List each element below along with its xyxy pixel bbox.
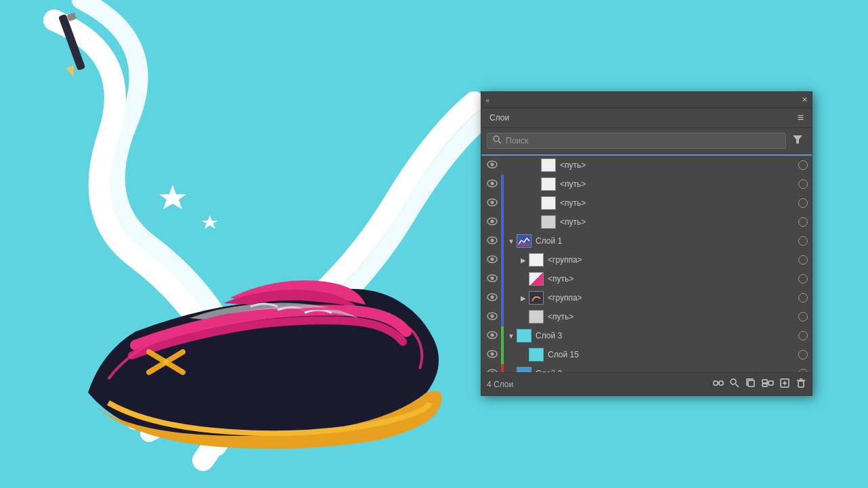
layer-row[interactable]: <путь> (481, 194, 812, 213)
layer-name: <путь> (560, 160, 796, 170)
layer-name: <группа> (548, 255, 796, 265)
layer-color-bar (501, 194, 504, 213)
layer-thumbnail (541, 196, 556, 210)
visibility-toggle[interactable] (485, 236, 499, 246)
layer-state-circle[interactable] (798, 217, 808, 227)
panel-statusbar: 4 Слои (481, 372, 812, 395)
panel-menu-button[interactable]: ≡ (798, 112, 804, 124)
visibility-toggle[interactable] (485, 160, 499, 171)
layer-row[interactable]: ▼Слой 1 (481, 231, 812, 250)
visibility-toggle[interactable] (485, 312, 499, 322)
layer-thumbnail (517, 367, 531, 372)
layer-color-bar (501, 250, 504, 269)
svg-rect-41 (762, 380, 767, 383)
layer-thumbnail (517, 234, 531, 248)
layer-state-circle[interactable] (798, 274, 808, 284)
copy-layer-button[interactable] (745, 378, 756, 391)
layer-thumbnail (529, 272, 544, 286)
visibility-toggle[interactable] (485, 274, 499, 284)
svg-rect-43 (768, 381, 773, 385)
layers-list[interactable]: <путь><путь><путь><путь>▼Слой 1▶<группа>… (481, 156, 812, 372)
layer-name: Слой 2 (536, 369, 796, 372)
layer-row[interactable]: <путь> (481, 213, 812, 231)
svg-point-22 (491, 257, 494, 261)
search-input[interactable] (506, 136, 780, 146)
layer-state-circle[interactable] (798, 179, 808, 189)
visibility-toggle[interactable] (485, 369, 499, 373)
add-layer-button[interactable] (779, 378, 790, 391)
expand-collapse-button[interactable]: ▶ (518, 294, 529, 302)
svg-point-6 (163, 359, 169, 365)
layer-row[interactable]: ▶<группа> (481, 250, 812, 269)
layer-row[interactable]: ▶<группа> (481, 288, 812, 307)
layer-state-circle[interactable] (798, 198, 808, 208)
layer-state-circle[interactable] (798, 160, 808, 170)
svg-point-28 (491, 314, 494, 317)
panel-close-button[interactable]: ✕ (802, 95, 808, 104)
layer-row[interactable]: Слой 15 (481, 345, 812, 364)
layer-name: <путь> (560, 198, 796, 208)
layer-row[interactable]: <путь> (481, 175, 812, 194)
visibility-toggle[interactable] (485, 217, 499, 227)
svg-point-11 (491, 162, 494, 166)
layer-row[interactable]: ▼Слой 3 (481, 326, 812, 345)
layer-state-circle[interactable] (798, 312, 808, 321)
layer-color-bar (501, 364, 504, 372)
visibility-toggle[interactable] (485, 198, 499, 208)
panel-tab-label[interactable]: Слои (490, 113, 509, 123)
expand-collapse-button[interactable]: ▼ (506, 238, 517, 245)
layer-name: <путь> (548, 274, 796, 284)
svg-point-30 (491, 333, 494, 336)
layer-row[interactable]: ▶Слой 2 (481, 364, 812, 372)
visibility-toggle[interactable] (485, 293, 499, 303)
layer-row[interactable]: <путь> (481, 269, 812, 288)
layer-thumbnail (529, 253, 544, 267)
layer-row[interactable]: <путь> (481, 307, 812, 326)
layer-state-circle[interactable] (798, 331, 808, 340)
svg-point-15 (491, 200, 494, 204)
svg-rect-48 (798, 381, 804, 387)
layer-name: Слой 15 (548, 350, 796, 359)
link-layer-button[interactable] (713, 378, 724, 391)
svg-point-32 (491, 352, 494, 355)
svg-rect-36 (719, 381, 723, 385)
layer-thumbnail (541, 158, 556, 172)
layer-color-bar (501, 213, 504, 231)
layer-thumbnail (541, 177, 556, 191)
layer-thumbnail (529, 310, 544, 324)
layer-state-circle[interactable] (798, 236, 808, 246)
panel-header-top: « ✕ (481, 92, 812, 108)
layer-color-bar (501, 326, 504, 345)
svg-rect-40 (748, 380, 754, 386)
layer-color-bar (501, 156, 504, 175)
svg-rect-20 (518, 243, 530, 246)
layer-state-circle[interactable] (798, 350, 808, 359)
layer-row[interactable]: <путь> (481, 156, 812, 175)
panel-collapse-button[interactable]: « (485, 96, 490, 104)
expand-collapse-button[interactable]: ▶ (506, 370, 517, 373)
visibility-toggle[interactable] (485, 255, 499, 265)
layer-name: <путь> (560, 217, 796, 227)
filter-button[interactable] (789, 132, 806, 150)
svg-line-39 (736, 384, 739, 388)
svg-line-8 (499, 141, 502, 144)
search-row (481, 128, 812, 154)
expand-collapse-button[interactable]: ▶ (518, 257, 529, 264)
svg-point-34 (491, 371, 494, 372)
visibility-toggle[interactable] (485, 331, 499, 341)
layer-state-circle[interactable] (798, 293, 808, 303)
svg-marker-9 (793, 135, 802, 143)
layer-name: <путь> (548, 312, 796, 321)
layer-state-circle[interactable] (798, 255, 808, 265)
svg-point-13 (491, 181, 494, 185)
delete-layer-button[interactable] (796, 378, 806, 391)
visibility-toggle[interactable] (485, 179, 499, 190)
visibility-toggle[interactable] (485, 350, 499, 360)
group-layers-button[interactable] (762, 378, 774, 391)
svg-point-24 (491, 276, 494, 280)
layer-state-circle[interactable] (798, 369, 808, 372)
find-layer-button[interactable] (729, 378, 740, 391)
expand-collapse-button[interactable]: ▼ (506, 332, 517, 340)
search-box (487, 133, 786, 149)
layer-thumbnail (541, 215, 556, 229)
